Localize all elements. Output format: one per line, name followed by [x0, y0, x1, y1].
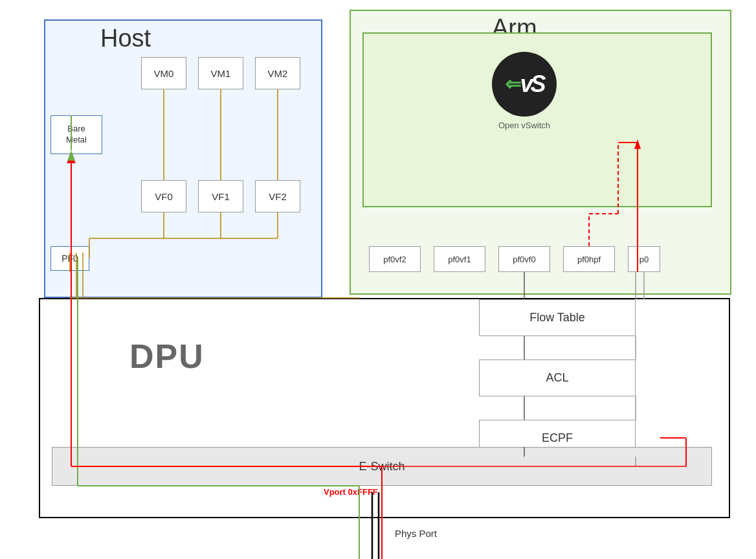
- phys-port-label: Phys Port: [395, 528, 437, 539]
- ovs-arrow-left-icon: ⇐: [505, 73, 518, 95]
- ovs-circle: ⇐ vS: [492, 52, 557, 117]
- vm1-box: VM1: [198, 57, 243, 89]
- vm0-box: VM0: [141, 57, 186, 89]
- pf0vf2-port: pf0vf2: [369, 246, 421, 272]
- vm2-box: VM2: [255, 57, 300, 89]
- vport-label: Vport 0xFFFF: [324, 487, 378, 497]
- ovs-logo: ⇐ vS Open vSwitch: [460, 45, 589, 136]
- pf0vf0-port: pf0vf0: [498, 246, 550, 272]
- acl-box: ACL: [479, 359, 636, 396]
- vf2-box: VF2: [255, 180, 300, 212]
- bare-metal-box: BareMetal: [50, 115, 102, 154]
- eswitch-label: E-Switch: [359, 460, 405, 473]
- ovs-arrows-icon: ⇐ vS: [505, 71, 543, 98]
- ovs-vs-text: vS: [520, 71, 543, 98]
- vport-value: FFFF: [357, 487, 378, 497]
- ovs-subtitle: Open vSwitch: [498, 120, 550, 130]
- pf0-box: PF0: [50, 246, 89, 271]
- vport-text: Vport 0x: [324, 487, 357, 497]
- flow-table-box: Flow Table: [479, 299, 636, 336]
- pf0hpf-port: pf0hpf: [563, 246, 615, 272]
- p0-port: p0: [628, 246, 660, 272]
- vf1-box: VF1: [198, 180, 243, 212]
- diagram-container: DPU Host Arm ⇐ vS Open vSwitch VM0 VM1 V…: [0, 0, 756, 559]
- dpu-label: DPU: [129, 337, 205, 376]
- host-label: Host: [100, 25, 151, 52]
- pf0vf1-port: pf0vf1: [434, 246, 485, 272]
- vf0-box: VF0: [141, 180, 186, 212]
- eswitch-box: E-Switch: [52, 447, 712, 486]
